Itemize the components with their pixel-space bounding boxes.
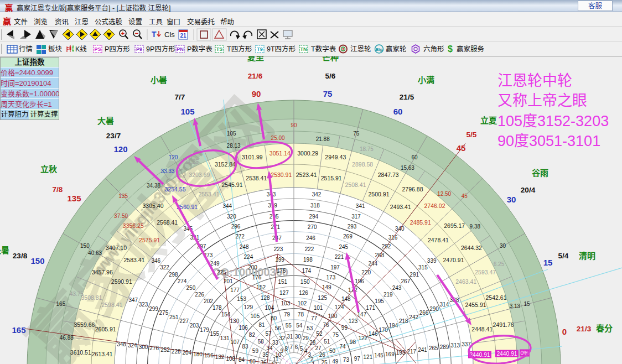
- svg-text:52: 52: [316, 331, 323, 337]
- svg-text:33.33: 33.33: [160, 168, 174, 174]
- svg-text:15: 15: [543, 258, 553, 267]
- svg-text:2485.91: 2485.91: [410, 219, 431, 226]
- svg-text:2508.41: 2508.41: [345, 181, 366, 188]
- svg-text:34.38: 34.38: [147, 183, 160, 189]
- svg-text:244: 244: [368, 261, 377, 267]
- svg-text:120: 120: [169, 154, 178, 160]
- svg-text:243: 243: [392, 285, 402, 291]
- svg-text:347: 347: [128, 297, 138, 303]
- svg-text:3610.51: 3610.51: [70, 349, 91, 356]
- svg-text:60: 60: [411, 154, 418, 160]
- svg-text:2542.61: 2542.61: [486, 294, 507, 301]
- svg-text:294: 294: [309, 214, 318, 220]
- svg-text:298: 298: [169, 272, 178, 278]
- svg-text:84: 84: [239, 357, 245, 363]
- svg-text:341: 341: [356, 203, 365, 209]
- svg-text:268: 268: [375, 252, 385, 258]
- svg-text:2847.73: 2847.73: [378, 171, 399, 178]
- svg-text:51: 51: [324, 339, 330, 345]
- svg-text:291: 291: [410, 272, 419, 278]
- svg-text:25: 25: [321, 360, 328, 364]
- svg-text:101: 101: [314, 305, 323, 311]
- svg-text:2553.41: 2553.41: [199, 191, 220, 197]
- svg-text:82: 82: [249, 332, 256, 338]
- svg-text:3457.96: 3457.96: [92, 269, 113, 275]
- svg-text:246: 246: [306, 235, 315, 241]
- svg-text:130: 130: [230, 318, 240, 324]
- svg-text:36: 36: [260, 360, 267, 364]
- svg-text:290: 290: [429, 306, 439, 312]
- svg-text:122: 122: [358, 335, 367, 341]
- svg-text:3101.99: 3101.99: [242, 154, 263, 160]
- svg-text:31: 31: [287, 334, 293, 340]
- svg-text:269: 269: [343, 233, 353, 240]
- svg-text:6.25: 6.25: [494, 261, 505, 267]
- svg-text:241: 241: [418, 347, 427, 353]
- svg-text:348: 348: [117, 341, 126, 347]
- svg-text:43.75: 43.75: [70, 291, 84, 297]
- svg-text:T: T: [152, 30, 157, 39]
- svg-text:75: 75: [323, 89, 333, 98]
- svg-text:90度3051-3101: 90度3051-3101: [497, 133, 600, 149]
- svg-text:31.25: 31.25: [185, 159, 199, 165]
- svg-text:124: 124: [335, 304, 344, 310]
- svg-text:33: 33: [272, 340, 279, 346]
- svg-text:170: 170: [379, 327, 388, 333]
- svg-text:250: 250: [186, 285, 196, 291]
- svg-text:171: 171: [366, 305, 375, 311]
- svg-text:P9: P9: [136, 46, 142, 52]
- svg-text:2644.32: 2644.32: [461, 245, 482, 251]
- svg-text:125: 125: [318, 295, 327, 301]
- svg-text:2478.41: 2478.41: [428, 237, 449, 243]
- svg-text:赢家轮: 赢家轮: [386, 45, 407, 53]
- svg-text:32: 32: [279, 335, 286, 341]
- svg-text:江恩轮中轮: 江恩轮中轮: [497, 72, 572, 89]
- svg-text:120: 120: [113, 144, 127, 154]
- svg-text:3356.25: 3356.25: [123, 222, 144, 229]
- svg-text:102: 102: [298, 300, 307, 306]
- svg-text:225: 225: [217, 269, 226, 275]
- svg-text:223: 223: [274, 246, 283, 252]
- svg-text:108: 108: [226, 356, 235, 362]
- svg-text:2538.41: 2538.41: [246, 175, 267, 181]
- svg-text:3152.84: 3152.84: [215, 161, 236, 168]
- svg-text:228: 228: [172, 349, 181, 355]
- svg-text:155: 155: [210, 331, 219, 337]
- svg-text:+: +: [121, 30, 125, 37]
- svg-text:152: 152: [256, 284, 266, 290]
- svg-text:177: 177: [230, 287, 240, 293]
- svg-text:128: 128: [261, 295, 270, 301]
- svg-text:2448.41: 2448.41: [471, 326, 493, 332]
- svg-text:127: 127: [279, 290, 289, 296]
- svg-text:266: 266: [419, 310, 429, 316]
- svg-text:176: 176: [252, 274, 262, 280]
- svg-text:105: 105: [227, 131, 236, 137]
- svg-text:28: 28: [309, 340, 316, 346]
- svg-text:7: 7: [290, 344, 293, 350]
- svg-text:PN: PN: [177, 46, 184, 52]
- svg-text:7/7: 7/7: [175, 93, 185, 101]
- svg-text:春分: 春分: [596, 324, 613, 333]
- svg-text:2455.91: 2455.91: [465, 301, 486, 308]
- svg-text:21: 21: [180, 33, 186, 39]
- svg-text:293: 293: [348, 223, 357, 230]
- svg-text:106: 106: [239, 325, 248, 331]
- svg-text:148: 148: [341, 296, 351, 302]
- svg-text:147: 147: [357, 311, 367, 318]
- svg-text:2598.41: 2598.41: [101, 301, 122, 308]
- svg-text:58: 58: [258, 339, 265, 345]
- svg-text:3.13: 3.13: [510, 303, 521, 309]
- svg-text:21/5: 21/5: [400, 93, 414, 101]
- svg-text:135: 135: [118, 193, 128, 199]
- svg-text:199: 199: [275, 257, 284, 263]
- svg-text:50: 50: [329, 348, 336, 354]
- svg-text:21/3: 21/3: [577, 325, 592, 333]
- svg-text:30: 30: [295, 334, 302, 340]
- svg-text:2440.91: 2440.91: [496, 351, 517, 357]
- svg-text:174: 174: [302, 268, 311, 274]
- svg-text:2523.41: 2523.41: [296, 171, 317, 178]
- svg-text:90: 90: [291, 122, 297, 128]
- svg-text:2463.41: 2463.41: [455, 278, 476, 285]
- svg-text:105: 105: [180, 107, 194, 116]
- svg-text:276: 276: [149, 345, 159, 351]
